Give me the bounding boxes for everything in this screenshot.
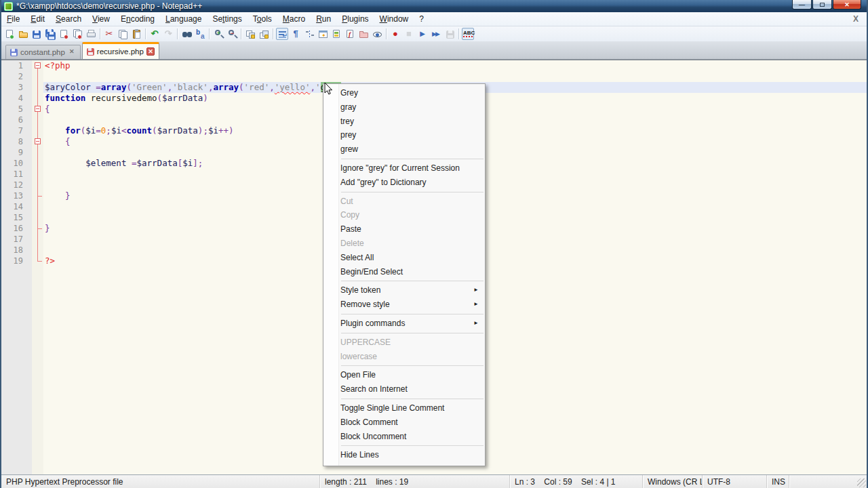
tab-constant.php[interactable]: constant.php✕	[5, 45, 81, 59]
menu-settings[interactable]: Settings	[207, 13, 247, 25]
menu-run[interactable]: Run	[311, 13, 336, 25]
close-button[interactable]: ✕	[833, 0, 861, 9]
line-number[interactable]: 18	[1, 245, 32, 256]
print-icon[interactable]	[85, 28, 97, 40]
doc-map-icon[interactable]	[330, 28, 342, 40]
code-text[interactable]	[43, 71, 867, 82]
context-menu-item-block-uncomment[interactable]: Block Uncomment	[323, 430, 485, 444]
context-menu-item-paste[interactable]: Paste	[323, 222, 485, 237]
save-icon[interactable]	[31, 28, 43, 40]
context-menu-item-add-grey-to-dictionary[interactable]: Add "grey" to Dictionary	[323, 176, 485, 190]
function-list-icon[interactable]: f	[344, 28, 356, 40]
line-number[interactable]: 10	[1, 158, 32, 169]
context-menu-item-select-all[interactable]: Select All	[323, 251, 485, 265]
minimize-button[interactable]: —	[792, 0, 812, 9]
line-number[interactable]: 17	[1, 234, 32, 245]
line-number[interactable]: 14	[1, 201, 32, 212]
line-number[interactable]: 13	[1, 190, 32, 201]
macro-record-icon[interactable]: ●	[389, 28, 401, 40]
sync-horizontal-scroll-icon[interactable]	[258, 28, 270, 40]
restore-button[interactable]	[812, 0, 832, 9]
toolbar-separator	[100, 28, 100, 39]
undo-icon[interactable]: ↶	[149, 28, 161, 40]
status-doc-size: length : 211 lines : 19	[320, 475, 510, 488]
menu-tools[interactable]: Tools	[248, 13, 277, 25]
context-menu-item-style-token[interactable]: Style token►	[323, 283, 485, 298]
line-number[interactable]: 15	[1, 212, 32, 223]
line-number[interactable]: 9	[1, 147, 32, 158]
context-menu-item-grew[interactable]: grew	[323, 142, 485, 157]
context-menu-item-plugin-commands[interactable]: Plugin commands►	[323, 317, 485, 331]
fold-collapse-icon[interactable]	[32, 104, 43, 115]
paste-icon[interactable]	[130, 28, 142, 40]
context-menu-item-hide-lines[interactable]: Hide Lines	[323, 448, 485, 462]
save-all-icon[interactable]	[44, 28, 56, 40]
fold-margin	[32, 212, 43, 223]
menu-file[interactable]: File	[1, 13, 25, 25]
menu-window[interactable]: Window	[374, 13, 414, 25]
menubar-close-icon[interactable]: X	[853, 14, 867, 24]
new-file-icon[interactable]	[3, 28, 16, 40]
context-menu-item-grey[interactable]: Grey	[323, 86, 485, 100]
line-number[interactable]: 12	[1, 180, 32, 190]
line-number[interactable]: 5	[1, 104, 32, 115]
line-number[interactable]: 2	[1, 71, 32, 82]
context-menu-item-open-file[interactable]: Open File	[323, 368, 485, 382]
close-icon[interactable]	[58, 28, 70, 40]
menu-language[interactable]: Language	[160, 13, 207, 25]
context-menu-item-gray[interactable]: gray	[323, 100, 485, 115]
user-defined-dialog-icon[interactable]: ✦	[317, 28, 329, 40]
show-all-characters-icon[interactable]: ¶	[290, 28, 302, 40]
context-menu-item-ignore-grey-for-current-session[interactable]: Ignore "grey" for Current Session	[323, 161, 485, 176]
context-menu-item-remove-style[interactable]: Remove style►	[323, 298, 485, 312]
line-number[interactable]: 19	[1, 256, 32, 266]
line-number[interactable]: 3	[1, 82, 32, 93]
line-number[interactable]: 1	[1, 60, 32, 71]
resize-grip-icon[interactable]	[857, 479, 866, 487]
line-number[interactable]: 11	[1, 169, 32, 180]
context-menu-item-begin-end-select[interactable]: Begin/End Select	[323, 265, 485, 279]
word-wrap-icon[interactable]: ↵	[276, 28, 288, 40]
context-menu-item-search-on-internet[interactable]: Search on Internet	[323, 382, 485, 396]
macro-play-icon[interactable]: ▶	[416, 28, 429, 40]
menu-help[interactable]: ?	[414, 13, 429, 25]
context-menu-item-prey[interactable]: prey	[323, 128, 485, 142]
sync-vertical-scroll-icon[interactable]	[244, 28, 256, 40]
menu-plugins[interactable]: Plugins	[336, 13, 374, 25]
monitoring-icon[interactable]	[371, 28, 383, 40]
macro-run-multiple-icon[interactable]: ▶▶	[430, 28, 442, 40]
menu-edit[interactable]: Edit	[25, 13, 50, 25]
tab-close-icon[interactable]: ✕	[146, 47, 155, 56]
cut-icon[interactable]: ✂	[103, 28, 115, 40]
menu-encoding[interactable]: Encoding	[115, 13, 160, 25]
code-text[interactable]: <?php	[43, 60, 867, 71]
zoom-out-icon[interactable]: −	[226, 28, 238, 40]
title-bar[interactable]: *G:\xampp\htdocs\demo\recursive.php - No…	[1, 0, 867, 12]
line-number[interactable]: 6	[1, 115, 32, 125]
replace-icon[interactable]: ba	[194, 28, 206, 40]
fold-collapse-icon[interactable]	[32, 60, 43, 71]
line-number[interactable]: 4	[1, 93, 32, 104]
line-number[interactable]: 8	[1, 136, 32, 147]
context-menu-item-block-comment[interactable]: Block Comment	[323, 415, 485, 430]
redo-icon: ↷	[162, 28, 174, 40]
menu-view[interactable]: View	[87, 13, 115, 25]
line-number[interactable]: 7	[1, 125, 32, 136]
tab-close-icon[interactable]: ✕	[68, 48, 76, 56]
tab-recursive.php[interactable]: recursive.php✕	[82, 42, 159, 59]
indent-guide-icon[interactable]	[303, 28, 315, 40]
menu-search[interactable]: Search	[50, 13, 87, 25]
find-icon[interactable]	[180, 28, 193, 40]
context-menu-item-trey[interactable]: trey	[323, 115, 485, 129]
menu-macro[interactable]: Macro	[277, 13, 311, 25]
line-number[interactable]: 16	[1, 223, 32, 234]
copy-icon[interactable]	[117, 28, 129, 40]
spell-check-icon[interactable]: ABC	[462, 28, 474, 40]
zoom-in-icon[interactable]: +	[212, 28, 224, 40]
close-all-icon[interactable]	[71, 28, 83, 40]
open-file-icon[interactable]	[17, 28, 29, 40]
context-menu-item-toggle-single-line-comment[interactable]: Toggle Single Line Comment	[323, 401, 485, 415]
context-menu-item-cut: Cut	[323, 195, 485, 209]
folder-as-workspace-icon[interactable]	[357, 28, 370, 40]
fold-collapse-icon[interactable]	[32, 136, 43, 147]
